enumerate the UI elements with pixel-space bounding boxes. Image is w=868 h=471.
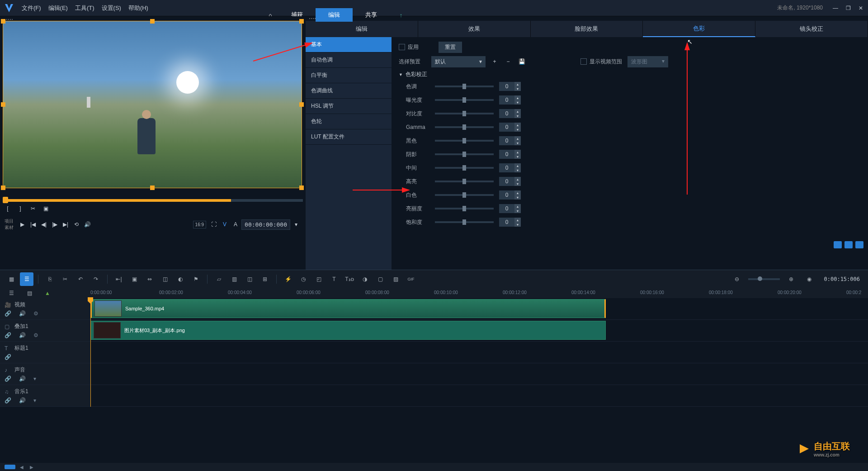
grid-icon[interactable]: ⊞ [258, 272, 272, 286]
side-item-white-balance[interactable]: 白平衡 [306, 68, 392, 83]
rp-tab-face[interactable]: 脸部效果 [531, 21, 643, 37]
track-control-icon[interactable]: 🔊 [19, 397, 25, 404]
spin-up-icon[interactable]: ▲ [514, 163, 521, 168]
track-control-icon[interactable]: 🔊 [19, 376, 25, 382]
undo-icon[interactable]: ↶ [74, 272, 87, 286]
loop-icon[interactable]: ⟲ [71, 219, 81, 229]
slider-thumb[interactable] [462, 97, 466, 103]
spin-down-icon[interactable]: ▼ [514, 209, 521, 213]
spin-down-icon[interactable]: ▼ [514, 154, 521, 159]
add-preset-icon[interactable]: + [490, 57, 499, 66]
scrub-head[interactable] [3, 197, 8, 203]
slip-icon[interactable]: ⇔ [143, 272, 156, 286]
copy-icon[interactable]: ⎘ [43, 272, 57, 286]
side-item-hsl[interactable]: HSL 调节 [306, 99, 392, 114]
clip[interactable]: Sample_360.mp4 [90, 299, 606, 318]
side-item-tone-curve[interactable]: 色调曲线 [306, 83, 392, 99]
side-item-auto-tone[interactable]: 自动色调 [306, 52, 392, 68]
crop-icon[interactable]: ◰ [312, 272, 326, 286]
snapshot-icon[interactable]: ▣ [41, 204, 51, 214]
slider-value[interactable]: 0 [499, 218, 514, 227]
color-marker-icon[interactable]: ◐ [174, 272, 187, 286]
zoom-out-icon[interactable]: ⊖ [730, 272, 744, 286]
panel-layout-icon[interactable] [844, 241, 853, 248]
save-preset-icon[interactable]: 💾 [517, 57, 526, 66]
mode-tab-share[interactable]: 共享 [353, 8, 390, 22]
scroll-right-icon[interactable]: ▶ [28, 464, 35, 470]
resize-handle[interactable] [299, 102, 304, 107]
spin-down-icon[interactable]: ▼ [514, 127, 521, 132]
track-control-icon[interactable]: 🔗 [5, 310, 11, 317]
close-icon[interactable]: ✕ [857, 5, 864, 12]
slider-track[interactable] [435, 86, 494, 87]
preview-frame[interactable] [3, 21, 302, 188]
export-icon[interactable]: ↑ [390, 8, 409, 22]
slider-thumb[interactable] [462, 206, 466, 211]
track-control-icon[interactable]: 🔗 [5, 376, 11, 382]
reset-button[interactable]: 重置 [439, 42, 462, 53]
chroma-icon[interactable]: ▨ [389, 272, 402, 286]
spin-down-icon[interactable]: ▼ [514, 195, 521, 200]
material-label[interactable]: 素材 [5, 224, 14, 231]
spin-up-icon[interactable]: ▲ [514, 123, 521, 127]
mask-icon[interactable]: ◑ [358, 272, 372, 286]
menu-tools[interactable]: 工具(T) [75, 4, 94, 12]
slider-thumb[interactable] [462, 111, 466, 116]
spin-up-icon[interactable]: ▲ [514, 95, 521, 100]
track-body[interactable]: Sample_360.mp4 [90, 298, 868, 319]
mode-tab-edit[interactable]: 编辑 [316, 8, 353, 22]
slider-track[interactable] [435, 194, 494, 196]
spin-up-icon[interactable]: ▲ [514, 150, 521, 154]
spin-down-icon[interactable]: ▼ [514, 141, 521, 145]
track-body[interactable] [90, 363, 868, 385]
slider-thumb[interactable] [462, 138, 466, 143]
minimize-icon[interactable]: — [832, 5, 839, 12]
spin-up-icon[interactable]: ▲ [514, 136, 521, 141]
ripple-icon[interactable]: ⇤| [112, 272, 126, 286]
spin-up-icon[interactable]: ▲ [514, 204, 521, 209]
fx-icon[interactable]: ⚡ [281, 272, 295, 286]
slider-track[interactable] [435, 126, 494, 128]
timecode[interactable]: 00:00:00:000 [241, 219, 290, 230]
next-frame-icon[interactable]: |▶ [50, 219, 60, 229]
slider-thumb[interactable] [462, 192, 466, 198]
slider-value[interactable]: 0 [499, 163, 514, 172]
expand-icon[interactable]: ⛶ [209, 219, 219, 229]
panel-layout-icon[interactable] [855, 241, 863, 248]
menu-file[interactable]: 文件(F) [22, 4, 41, 12]
slider-track[interactable] [435, 221, 494, 223]
playhead[interactable] [90, 298, 91, 407]
menu-settings[interactable]: 设置(S) [102, 4, 121, 12]
pip-icon[interactable]: ◫ [243, 272, 256, 286]
rp-tab-edit[interactable]: 编辑 [306, 21, 418, 37]
slider-value[interactable]: 0 [499, 95, 514, 105]
slider-track[interactable] [435, 113, 494, 114]
track-body[interactable] [90, 385, 868, 406]
track-control-icon[interactable]: 🔗 [5, 354, 11, 360]
slider-thumb[interactable] [462, 152, 466, 157]
slider-value[interactable]: 0 [499, 123, 514, 132]
rp-tab-color[interactable]: 色彩 [643, 21, 755, 37]
cut-tool-icon[interactable]: ✂ [58, 272, 72, 286]
spin-up-icon[interactable]: ▲ [514, 109, 521, 114]
slider-value[interactable]: 0 [499, 109, 514, 118]
slider-thumb[interactable] [462, 165, 466, 171]
multi-icon[interactable]: ▥ [227, 272, 241, 286]
scroll-zoom-icon[interactable] [5, 465, 15, 469]
text3d-icon[interactable]: T₃ᴅ [343, 272, 356, 286]
show-range-checkbox[interactable] [580, 58, 587, 65]
go-end-icon[interactable]: ▶| [61, 219, 71, 229]
resize-handle[interactable] [1, 186, 5, 190]
zoom-slider[interactable] [748, 278, 780, 280]
storyboard-view-icon[interactable]: ▦ [5, 272, 18, 286]
spin-up-icon[interactable]: ▲ [514, 82, 521, 86]
apply-checkbox[interactable] [399, 44, 405, 50]
go-start-icon[interactable]: |◀ [28, 219, 38, 229]
slider-track[interactable] [435, 208, 494, 209]
marker-icon[interactable]: ⚑ [189, 272, 203, 286]
spin-down-icon[interactable]: ▼ [514, 114, 521, 118]
track-control-icon[interactable]: 🔊 [19, 310, 25, 317]
play-icon[interactable]: ▶ [17, 219, 27, 229]
slider-value[interactable]: 0 [499, 150, 514, 159]
resize-handle[interactable] [150, 186, 155, 190]
